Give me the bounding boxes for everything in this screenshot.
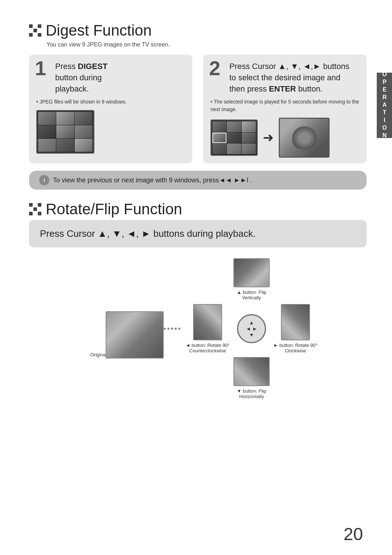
step1-tv-screen [36,110,94,154]
sidebar-label-text: OPERATION [381,71,388,140]
rotate-ccw-image [193,304,222,340]
step2-grid [212,121,257,155]
flip-v-image [233,258,270,287]
grid-cell-1 [38,112,56,125]
flip-horizontally-item: ▼ button: Flip Horizontally [228,357,275,399]
digest-section: Digest Function You can view 9 JPEG imag… [29,22,367,190]
step2-number: 2 [209,58,220,78]
rotate-section: Rotate/Flip Function Press Cursor ▲, ▼, … [29,200,367,399]
flip-vertically-item: ▲ button: Flip Vertically [228,258,275,300]
step2-tv-screen [211,119,258,156]
digest-title-text: Digest Function [46,22,152,39]
arrow-right: ➜ [263,130,274,145]
cat-image [279,118,330,158]
grid-cell-6 [75,125,93,138]
digest-bold: DIGEST [78,62,107,71]
enter-bold: ENTER [269,84,296,93]
press-cursor-text: Press Cursor ▲, ▼, ◄, ► buttons during p… [40,228,256,239]
grid-cell-8 [56,139,74,152]
s2-grid-cell-6 [242,133,256,143]
dir-arrows: ▲◄ ►▼ [246,320,257,338]
sidebar-operation: OPERATION [377,73,392,138]
tip-box: i To view the previous or next image wit… [29,171,367,190]
rotate-cw-image [281,304,310,340]
step1-line3: playback. [55,84,89,93]
grid-cell-7 [38,139,56,152]
flip-v-label: ▲ button: Flip Vertically [228,289,275,300]
grid-cell-5 [56,125,74,138]
s2-grid-cell-7 [212,143,226,154]
rotate-layout: Original Image ▲ button: Fl [29,258,367,399]
rotate-pixel-icon [29,203,41,215]
step2-text: Press Cursor ▲, ▼, ◄,► buttons to select… [229,61,359,94]
step1-number: 1 [35,58,46,78]
steps-container: 1 Press DIGEST button during playback. •… [29,54,367,163]
middle-row: ◄ button: Rotate 90° Counterclockwise ▲◄… [184,304,319,353]
s2-grid-cell-5 [227,133,241,143]
flip-h-label: ▼ button: Flip Horizontally [228,388,275,399]
center-rotate-col: ▲ button: Flip Vertically ◄ button: Rota… [184,258,319,399]
digest-subtitle: You can view 9 JPEG images on the TV scr… [46,41,367,48]
step2-bullet: • The selected image is played for 5 sec… [211,98,359,113]
rotate-left-col: ◄ button: Rotate 90° Counterclockwise [184,304,231,353]
grid-cell-2 [56,112,74,125]
rotate-title-text: Rotate/Flip Function [46,200,182,218]
step2-line2: to select the desired image and [229,73,340,82]
step2-line3: then press ENTER button. [229,84,323,93]
dot6 [164,328,166,330]
direction-circle: ▲◄ ►▼ [237,314,266,343]
original-butterfly-image [106,311,164,358]
s2-grid-cell-4 [212,133,226,143]
rotate-ccw-label: ◄ button: Rotate 90° Counterclockwise [184,343,231,353]
s2-grid-cell-3 [242,121,256,132]
step1-image-area [36,110,185,154]
tip-text: To view the previous or next image with … [53,177,252,184]
step1-text: Press DIGEST button during playback. [55,61,185,94]
step1-line2: button during [55,73,102,82]
step1-grid [37,111,93,153]
grid-cell-3 [75,112,93,125]
grid-cell-9 [75,139,93,152]
s2-grid-cell-9 [242,143,256,154]
rotate-right-col: ► button: Rotate 90° Clockwise [272,304,319,353]
step2-line1: Press Cursor ▲, ▼, ◄,► buttons [229,62,349,71]
step1-box: 1 Press DIGEST button during playback. •… [29,54,192,163]
flip-h-image [233,357,270,386]
step2-images: ➜ [211,118,359,158]
grid-cell-4 [38,125,56,138]
s2-grid-cell-1 [212,121,226,132]
step2-box: 2 Press Cursor ▲, ▼, ◄,► buttons to sele… [203,54,367,163]
digest-title: Digest Function [29,22,367,39]
rotate-title: Rotate/Flip Function [29,200,367,218]
dot10 [178,328,180,330]
s2-grid-cell-8 [227,143,241,154]
page-number: 20 [344,524,363,544]
tip-circle-icon: i [39,175,49,185]
step1-bullet: • JPEG files will be shown in 9 windows. [36,98,185,106]
original-col: Original Image [77,300,135,357]
s2-grid-cell-2 [227,121,241,132]
dot7 [167,328,170,330]
dot8 [171,328,173,330]
section-pixel-icon [29,24,41,37]
press-cursor-box: Press Cursor ▲, ▼, ◄, ► buttons during p… [29,220,367,247]
dot9 [175,328,177,330]
rotate-cw-label: ► button: Rotate 90° Clockwise [272,343,319,353]
